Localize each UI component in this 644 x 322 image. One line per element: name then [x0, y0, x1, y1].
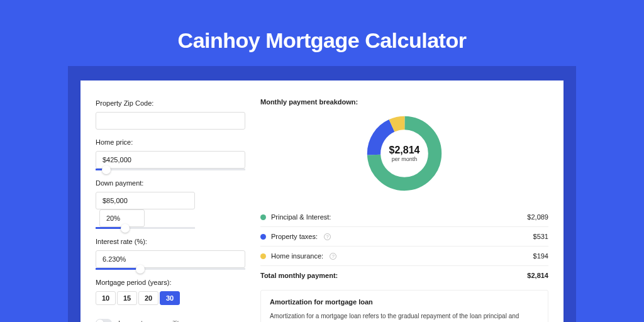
dot-icon — [260, 214, 266, 220]
veteran-label: I am veteran or military — [118, 319, 189, 322]
zip-input[interactable] — [96, 112, 245, 130]
row-principal-interest: Principal & Interest: $2,089 — [260, 208, 548, 226]
period-btn-10[interactable]: 10 — [96, 291, 116, 305]
interest-group: Interest rate (%): — [96, 238, 245, 270]
period-btn-20[interactable]: 20 — [138, 291, 158, 305]
donut-center: $2,814 per month — [364, 113, 445, 194]
period-label: Mortgage period (years): — [96, 279, 245, 286]
total-label: Total monthly payment: — [260, 272, 338, 279]
row-label: Home insurance: — [271, 252, 323, 260]
row-property-taxes: Property taxes: ? $531 — [260, 226, 548, 246]
row-label: Property taxes: — [271, 233, 318, 240]
row-home-insurance: Home insurance: ? $194 — [260, 246, 548, 265]
amortization-text: Amortization for a mortgage loan refers … — [270, 312, 539, 322]
donut-value: $2,814 — [389, 145, 420, 156]
row-label: Principal & Interest: — [271, 213, 331, 221]
zip-field-group: Property Zip Code: — [96, 99, 245, 130]
amortization-title: Amortization for mortgage loan — [270, 298, 539, 306]
row-total: Total monthly payment: $2,814 — [260, 265, 548, 285]
down-payment-group: Down payment: — [96, 179, 245, 229]
total-value: $2,814 — [527, 272, 548, 279]
period-group: Mortgage period (years): 10 15 20 30 — [96, 279, 245, 305]
interest-slider-fill — [96, 268, 140, 270]
breakdown-header: Monthly payment breakdown: — [260, 98, 548, 106]
interest-slider[interactable] — [96, 268, 245, 270]
period-btn-15[interactable]: 15 — [117, 291, 137, 305]
zip-label: Property Zip Code: — [96, 99, 245, 107]
down-payment-slider-thumb[interactable] — [121, 224, 130, 233]
veteran-row: I am veteran or military — [96, 319, 245, 322]
interest-input[interactable] — [96, 250, 245, 268]
breakdown-list: Principal & Interest: $2,089 Property ta… — [260, 208, 548, 285]
down-payment-slider[interactable] — [96, 227, 195, 229]
page-title: Cainhoy Mortgage Calculator — [0, 0, 644, 65]
form-column: Property Zip Code: Home price: Down paym… — [80, 80, 245, 322]
row-value: $194 — [533, 252, 548, 260]
down-payment-input[interactable] — [96, 192, 195, 209]
donut-label: per month — [392, 156, 418, 162]
interest-label: Interest rate (%): — [96, 238, 245, 245]
home-price-slider-thumb[interactable] — [102, 165, 111, 174]
veteran-toggle[interactable] — [96, 319, 112, 322]
breakdown-column: Monthly payment breakdown: $2,814 per mo… — [245, 80, 564, 322]
calculator-card: Property Zip Code: Home price: Down paym… — [80, 80, 564, 322]
donut-wrap: $2,814 per month — [260, 109, 548, 194]
interest-slider-thumb[interactable] — [136, 265, 145, 274]
dot-icon — [260, 234, 266, 240]
row-value: $2,089 — [527, 213, 548, 221]
period-buttons: 10 15 20 30 — [96, 291, 245, 305]
down-payment-label: Down payment: — [96, 179, 245, 187]
donut-chart: $2,814 per month — [364, 113, 445, 194]
home-price-slider[interactable] — [96, 169, 245, 170]
row-value: $531 — [533, 233, 548, 240]
home-price-input[interactable] — [96, 151, 245, 169]
info-icon[interactable]: ? — [330, 253, 336, 260]
dot-icon — [260, 253, 266, 259]
veteran-toggle-knob — [96, 319, 104, 322]
info-icon[interactable]: ? — [324, 233, 331, 240]
home-price-label: Home price: — [96, 138, 245, 146]
amortization-box: Amortization for mortgage loan Amortizat… — [260, 290, 548, 322]
home-price-group: Home price: — [96, 138, 245, 170]
period-btn-30[interactable]: 30 — [160, 291, 180, 305]
